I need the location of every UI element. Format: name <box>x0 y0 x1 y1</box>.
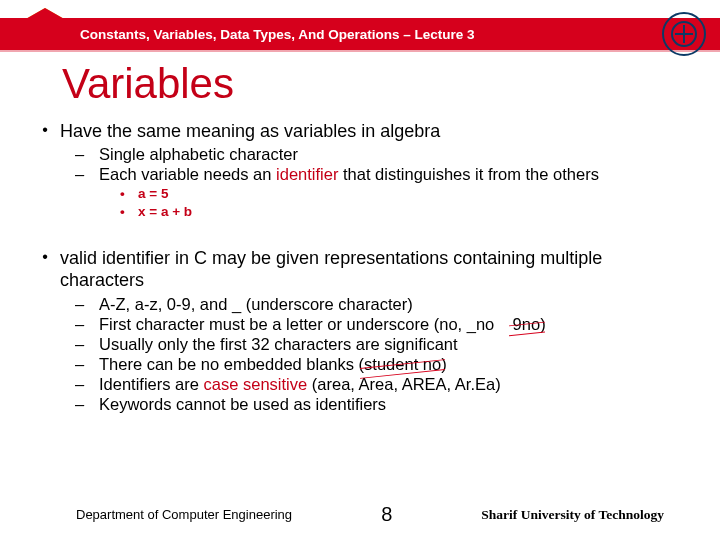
bullet-main-2-text: valid identifier in C may be given repre… <box>60 247 650 292</box>
header-bar: Constants, Variables, Data Types, And Op… <box>0 18 720 50</box>
footer-department: Department of Computer Engineering <box>76 507 292 522</box>
footer-university: Sharif University of Technology <box>481 507 664 523</box>
invalid-example: student no <box>364 354 441 374</box>
slide-title: Variables <box>62 60 234 108</box>
code-line: •x = a + b <box>120 203 696 221</box>
bullet-main-1: • Have the same meaning as variables in … <box>30 120 696 142</box>
university-logo <box>662 12 706 56</box>
bullet-sub: – Single alphabetic character <box>75 144 696 164</box>
header-title: Constants, Variables, Data Types, And Op… <box>80 27 475 42</box>
code-line: •a = 5 <box>120 185 696 203</box>
footer-page-number: 8 <box>381 503 392 526</box>
highlight-identifier: identifier <box>276 165 338 183</box>
invalid-example: 9no <box>513 314 541 334</box>
bullet-sub: –Usually only the first 32 characters ar… <box>75 334 696 354</box>
bullet-sub: – First character must be a letter or un… <box>75 314 696 334</box>
highlight-case-sensitive: case sensitive <box>204 375 308 393</box>
bullet-sub: – There can be no embedded blanks (stude… <box>75 354 696 374</box>
footer: Department of Computer Engineering 8 Sha… <box>0 503 720 526</box>
bullet-main-2: • valid identifier in C may be given rep… <box>30 247 696 292</box>
bullet-sub: – Each variable needs an identifier that… <box>75 164 696 184</box>
header-underline <box>0 50 720 52</box>
bullet-main-1-text: Have the same meaning as variables in al… <box>60 120 440 142</box>
slide-content: • Have the same meaning as variables in … <box>30 120 696 414</box>
bullet-sub: –Keywords cannot be used as identifiers <box>75 394 696 414</box>
bullet-sub: – Identifiers are case sensitive (area, … <box>75 374 696 394</box>
bullet-sub: –A-Z, a-z, 0-9, and _ (underscore charac… <box>75 294 696 314</box>
